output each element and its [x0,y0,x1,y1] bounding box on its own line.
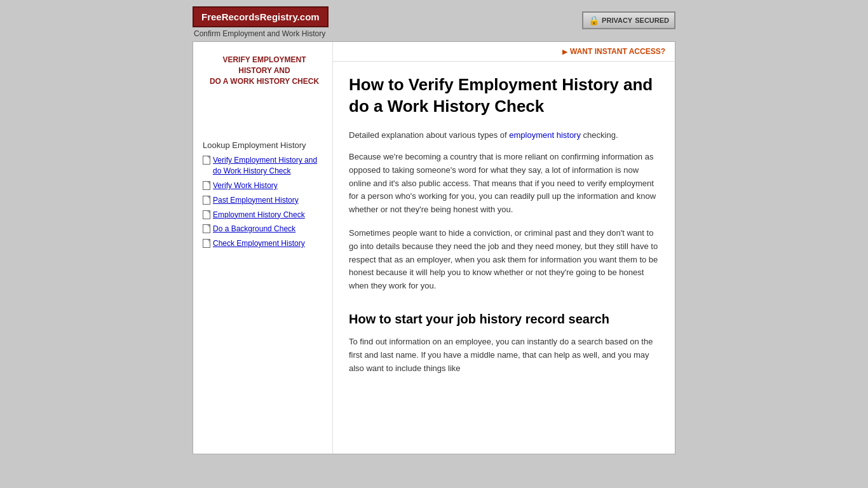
intro-text-before: Detailed explanation about various types… [349,130,507,140]
doc-icon [203,239,210,248]
nav-link-employment-history-check[interactable]: Employment History Check [213,210,305,220]
list-item: Verify Employment History and do Work Hi… [203,155,326,177]
doc-icon [203,181,210,190]
list-item: Check Employment History [203,238,326,249]
logo-area: FreeRecordsRegistry.com Confirm Employme… [193,6,329,38]
section2-title: How to start your job history record sea… [349,312,659,327]
paragraph-1: Because we're becoming a country that is… [349,151,659,217]
nav-link-verify-work[interactable]: Verify Work History [213,180,278,191]
sidebar-nav: Verify Employment History and do Work Hi… [203,155,326,249]
nav-link-background-check[interactable]: Do a Background Check [213,224,295,234]
secured-text: SECURED [635,17,669,24]
sidebar-heading: VERIFY EMPLOYMENT HISTORY AND DO A WORK … [203,51,326,90]
privacy-text: PRIVACY [602,17,632,24]
doc-icon [203,156,210,165]
lock-icon: 🔒 [588,15,599,25]
content-body: How to Verify Employment History and do … [333,62,675,398]
doc-icon [203,210,210,219]
instant-access-link[interactable]: WANT INSTANT ACCESS? [562,47,665,56]
nav-link-verify-employment[interactable]: Verify Employment History and do Work Hi… [213,155,326,177]
paragraph-3: To find out information on an employee, … [349,336,659,375]
list-item: Verify Work History [203,180,326,191]
list-item: Do a Background Check [203,224,326,234]
privacy-badge: 🔒 PRIVACY SECURED [582,11,675,29]
sidebar-lookup-title: Lookup Employment History [203,140,326,150]
list-item: Past Employment History [203,195,326,206]
logo[interactable]: FreeRecordsRegistry.com [193,6,329,27]
doc-icon [203,196,210,205]
paragraph-2: Sometimes people want to hide a convicti… [349,227,659,293]
outer-wrapper: FreeRecordsRegistry.com Confirm Employme… [193,0,675,454]
main-container: VERIFY EMPLOYMENT HISTORY AND DO A WORK … [193,41,675,454]
tagline: Confirm Employment and Work History [193,27,329,38]
doc-icon [203,224,210,233]
intro-text-after: checking. [583,130,618,140]
list-item: Employment History Check [203,210,326,220]
top-bar: WANT INSTANT ACCESS? [333,42,675,62]
intro-paragraph: Detailed explanation about various types… [349,129,659,142]
nav-link-past-employment[interactable]: Past Employment History [213,195,299,206]
sidebar: VERIFY EMPLOYMENT HISTORY AND DO A WORK … [193,42,333,454]
header: FreeRecordsRegistry.com Confirm Employme… [193,0,675,41]
content-area: WANT INSTANT ACCESS? How to Verify Emplo… [333,42,675,454]
page-title: How to Verify Employment History and do … [349,74,659,118]
nav-link-check-employment[interactable]: Check Employment History [213,238,305,249]
employment-history-link[interactable]: employment history [509,130,581,140]
